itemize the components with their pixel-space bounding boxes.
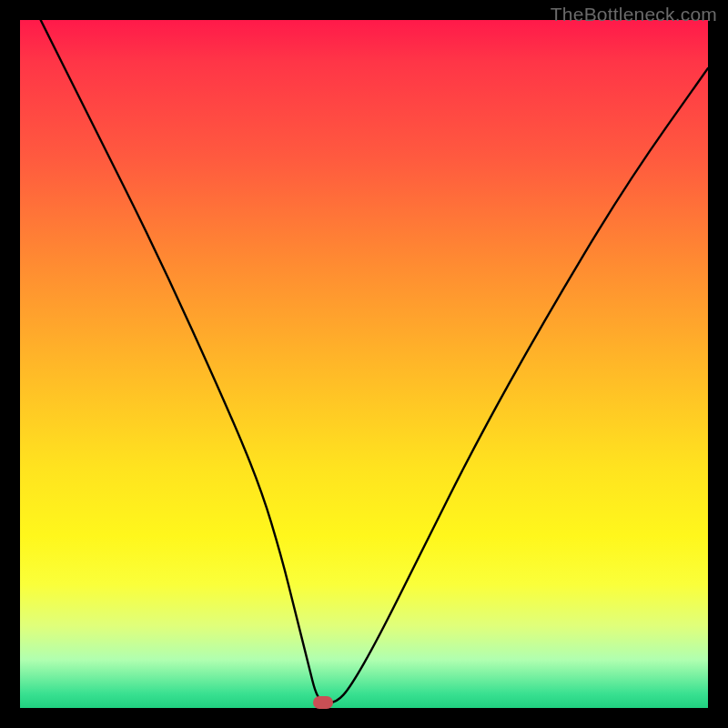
watermark-text: TheBottleneck.com [551,4,717,25]
bottleneck-curve [20,20,708,708]
optimum-marker [313,696,333,709]
plot-area [20,20,708,708]
